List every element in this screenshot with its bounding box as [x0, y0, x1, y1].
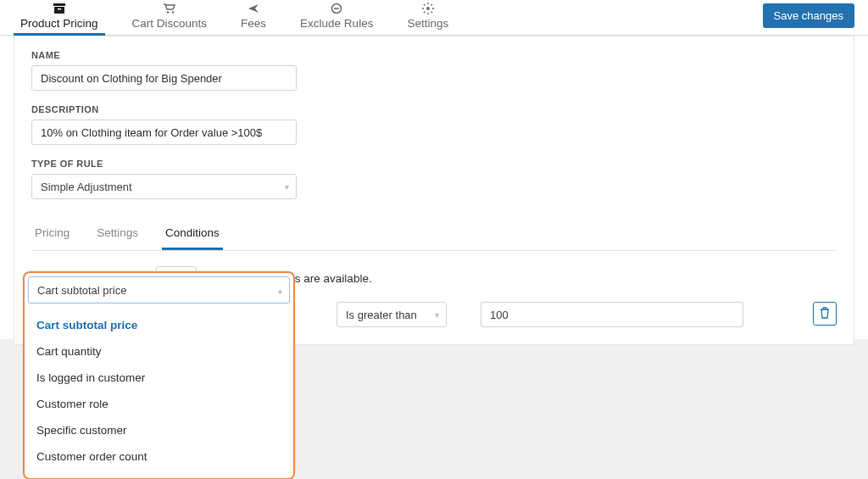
svg-rect-2 [58, 8, 61, 9]
minus-circle-icon [331, 3, 342, 18]
dropdown-option-cart-quantity[interactable]: Cart quantity [25, 338, 293, 345]
chevron-up-icon: ▴ [278, 286, 282, 295]
condition-operator-select[interactable]: Is greater than ▾ [337, 302, 447, 327]
top-tabbar: Product Pricing Cart Discounts Fees Excl… [0, 0, 868, 36]
condition-type-selected-value: Cart subtotal price [37, 284, 127, 297]
dropdown-option-cart-subtotal-price[interactable]: Cart subtotal price [25, 312, 293, 338]
name-input[interactable] [31, 65, 297, 91]
chevron-down-icon: ▾ [435, 310, 439, 320]
condition-type-select-open[interactable]: Cart subtotal price ▴ [28, 276, 290, 304]
type-of-rule-label: TYPE OF RULE [31, 159, 837, 169]
tab-fees[interactable]: Fees [234, 0, 273, 36]
rule-subtabs: Pricing Settings Conditions [31, 216, 837, 251]
subtab-pricing[interactable]: Pricing [31, 216, 73, 250]
svg-point-4 [172, 11, 174, 13]
tab-exclude-rules[interactable]: Exclude Rules [293, 0, 380, 36]
svg-point-3 [167, 11, 169, 13]
svg-rect-0 [53, 3, 65, 6]
trash-icon [820, 307, 830, 321]
condition-type-dropdown: Cart subtotal price ▴ Cart subtotal pric… [23, 271, 295, 345]
tab-label: Fees [241, 17, 266, 31]
condition-value-input[interactable] [481, 302, 743, 327]
cart-icon [164, 3, 175, 17]
tab-label: Exclude Rules [300, 17, 373, 31]
tab-label: Settings [407, 17, 448, 31]
subtab-conditions[interactable]: Conditions [162, 216, 223, 250]
condition-operator-value: Is greater than [346, 309, 417, 321]
tab-label: Cart Discounts [132, 17, 208, 31]
archive-icon [53, 3, 65, 17]
condition-type-options: Cart subtotal price Cart quantity Is log… [25, 307, 293, 345]
tab-product-pricing[interactable]: Product Pricing [14, 0, 105, 36]
tab-settings[interactable]: Settings [400, 0, 455, 36]
tab-label: Product Pricing [20, 17, 98, 31]
tab-cart-discounts[interactable]: Cart Discounts [125, 0, 214, 36]
name-label: NAME [31, 50, 837, 60]
save-changes-button[interactable]: Save changes [763, 3, 854, 28]
description-label: DESCRIPTION [31, 104, 837, 114]
type-of-rule-select[interactable]: Simple Adjustment ▾ [31, 174, 297, 199]
svg-point-7 [426, 7, 430, 10]
description-input[interactable] [31, 120, 297, 145]
plane-icon [248, 3, 259, 17]
type-of-rule-value: Simple Adjustment [32, 175, 296, 200]
svg-rect-1 [54, 7, 64, 14]
subtab-settings[interactable]: Settings [93, 216, 142, 250]
delete-condition-button[interactable] [813, 302, 837, 326]
gear-icon [422, 3, 434, 18]
